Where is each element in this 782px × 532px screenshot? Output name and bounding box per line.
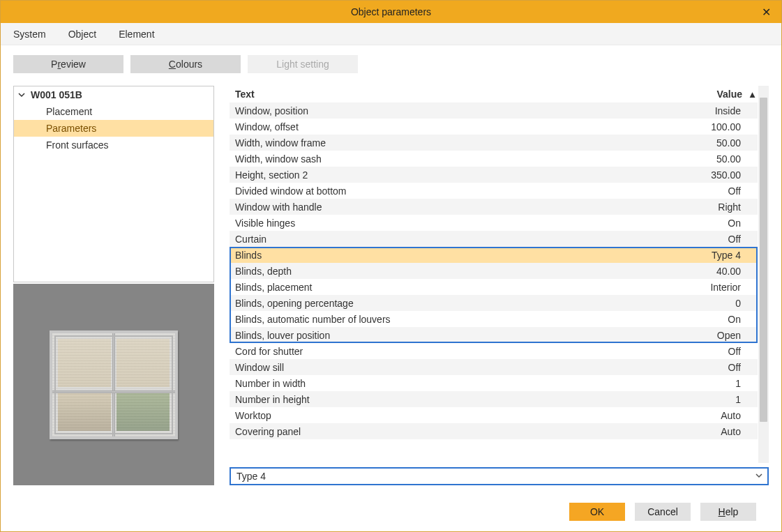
parameter-value: Interior	[643, 279, 746, 295]
tree-item[interactable]: Parameters	[14, 120, 213, 137]
parameter-grid: Text Value ▴ Window, positionInsideWindo…	[230, 86, 758, 439]
close-icon: ✕	[762, 6, 771, 19]
parameter-text: Cord for shutter	[230, 343, 643, 359]
parameter-row[interactable]: Number in width1	[230, 375, 758, 391]
help-button[interactable]: Help	[700, 503, 756, 521]
parameter-value: Off	[643, 183, 746, 199]
titlebar: Object parameters ✕	[1, 1, 781, 23]
menu-element[interactable]: Element	[119, 29, 154, 40]
view-tabs: Preview Colours Light setting	[13, 55, 769, 73]
scroll-thumb[interactable]	[760, 98, 767, 422]
object-tree: W001 051B PlacementParametersFront surfa…	[13, 86, 214, 282]
parameter-row[interactable]: CurtainOff	[230, 231, 758, 247]
parameter-text: Width, window frame	[230, 135, 643, 151]
parameter-text: Blinds, depth	[230, 263, 643, 279]
parameter-row[interactable]: Covering panelAuto	[230, 423, 758, 439]
parameter-row[interactable]: Number in height1	[230, 391, 758, 407]
content-area: Preview Colours Light setting W001 051B	[1, 45, 781, 531]
parameter-value: On	[643, 311, 746, 327]
parameter-text: Number in height	[230, 391, 643, 407]
parameter-row[interactable]: BlindsType 4	[230, 247, 758, 263]
parameter-text: Height, section 2	[230, 167, 643, 183]
parameter-row[interactable]: Window sillOff	[230, 359, 758, 375]
parameter-text: Worktop	[230, 407, 643, 423]
parameter-row[interactable]: Blinds, automatic number of louversOn	[230, 311, 758, 327]
right-column: Text Value ▴ Window, positionInsideWindo…	[230, 86, 769, 485]
scroll-down-button[interactable]: ▼	[758, 453, 782, 463]
parameter-text: Curtain	[230, 231, 643, 247]
parameter-value: 50.00	[643, 151, 746, 167]
parameter-row[interactable]: Height, section 2350.00	[230, 167, 758, 183]
parameter-row[interactable]: Blinds, louver positionOpen	[230, 327, 758, 343]
parameter-value: Off	[643, 231, 746, 247]
preview-pane	[13, 284, 214, 485]
parameter-value: Open	[643, 327, 746, 343]
parameter-text: Window with handle	[230, 199, 643, 215]
parameter-text: Visible hinges	[230, 215, 643, 231]
parameter-value: 50.00	[643, 135, 746, 151]
parameter-row[interactable]: Window, offset100.00	[230, 119, 758, 135]
dialog-window: Object parameters ✕ System Object Elemen…	[0, 0, 782, 532]
parameter-row[interactable]: Blinds, opening percentage0	[230, 295, 758, 311]
parameter-value: 40.00	[643, 263, 746, 279]
parameter-text: Blinds, opening percentage	[230, 295, 643, 311]
parameter-row[interactable]: Cord for shutterOff	[230, 343, 758, 359]
parameter-value: Off	[643, 343, 746, 359]
preview-render	[50, 330, 178, 439]
grid-sort-indicator[interactable]: ▴	[746, 86, 758, 102]
ok-button[interactable]: OK	[569, 503, 625, 521]
menu-object[interactable]: Object	[68, 29, 96, 40]
grid-header-value[interactable]: Value	[643, 86, 746, 102]
parameter-text: Blinds, placement	[230, 279, 643, 295]
parameter-value: 100.00	[643, 119, 746, 135]
tree-item[interactable]: Front surfaces	[14, 137, 213, 153]
close-button[interactable]: ✕	[751, 1, 781, 23]
parameter-text: Window sill	[230, 359, 643, 375]
tab-preview[interactable]: Preview	[13, 55, 123, 73]
parameter-text: Blinds, louver position	[230, 327, 643, 343]
grid-header-row: Text Value ▴	[230, 86, 758, 102]
parameter-row[interactable]: Divided window at bottomOff	[230, 183, 758, 199]
parameter-text: Blinds	[230, 247, 643, 263]
parameter-row[interactable]: Width, window sash50.00	[230, 151, 758, 167]
parameter-text: Window, position	[230, 102, 643, 119]
parameter-text: Number in width	[230, 375, 643, 391]
parameter-text: Width, window sash	[230, 151, 643, 167]
parameter-value: Inside	[643, 102, 746, 119]
chevron-down-icon	[755, 471, 763, 481]
parameter-grid-wrap: Text Value ▴ Window, positionInsideWindo…	[230, 86, 769, 463]
parameter-text: Divided window at bottom	[230, 183, 643, 199]
parameter-text: Covering panel	[230, 423, 643, 439]
parameter-row[interactable]: WorktopAuto	[230, 407, 758, 423]
vertical-scrollbar[interactable]: ▲ ▼	[758, 86, 769, 463]
cancel-button[interactable]: Cancel	[635, 503, 691, 521]
tab-colours[interactable]: Colours	[130, 55, 241, 73]
parameter-row[interactable]: Blinds, placementInterior	[230, 279, 758, 295]
parameter-value: Off	[643, 359, 746, 375]
chevron-down-icon	[18, 89, 27, 100]
parameter-row[interactable]: Width, window frame50.00	[230, 135, 758, 151]
parameter-row[interactable]: Visible hingesOn	[230, 215, 758, 231]
parameter-value: Auto	[643, 407, 746, 423]
dialog-footer: OK Cancel Help	[13, 491, 769, 531]
scroll-up-button[interactable]: ▲	[758, 86, 782, 96]
menubar: System Object Element	[1, 23, 781, 45]
parameter-value: Type 4	[643, 247, 746, 263]
parameter-value: 1	[643, 391, 746, 407]
parameter-row[interactable]: Window, positionInside	[230, 102, 758, 119]
parameter-value: 1	[643, 375, 746, 391]
window-title: Object parameters	[351, 6, 431, 17]
value-editor-combo[interactable]: Type 4	[230, 467, 769, 485]
parameter-row[interactable]: Blinds, depth40.00	[230, 263, 758, 279]
tree-children: PlacementParametersFront surfaces	[14, 103, 213, 153]
main-columns: W001 051B PlacementParametersFront surfa…	[13, 86, 769, 485]
menu-system[interactable]: System	[13, 29, 46, 40]
grid-header-text[interactable]: Text	[230, 86, 643, 102]
tree-item[interactable]: Placement	[14, 103, 213, 120]
parameter-row[interactable]: Window with handleRight	[230, 199, 758, 215]
tree-root[interactable]: W001 051B	[14, 86, 213, 103]
parameter-value: 350.00	[643, 167, 746, 183]
scroll-track[interactable]	[758, 96, 769, 453]
combo-value: Type 4	[236, 471, 266, 482]
left-column: W001 051B PlacementParametersFront surfa…	[13, 86, 214, 485]
